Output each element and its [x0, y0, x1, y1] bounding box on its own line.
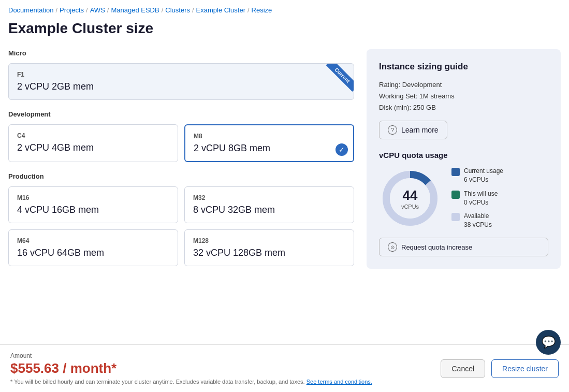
card-spec-f1: 2 vCPU 2GB mem: [17, 81, 345, 92]
quota-legend: Current usage 6 vCPUs This will use 0 vC…: [451, 167, 503, 229]
card-spec-m64: 16 vCPU 64GB mem: [17, 248, 169, 258]
legend-label-will-use: This will use: [464, 190, 498, 198]
guide-title: Instance sizing guide: [379, 62, 548, 72]
instance-card-m128[interactable]: M128 32 vCPU 128GB mem: [184, 229, 354, 266]
development-label: Development: [8, 110, 354, 118]
card-type-m128: M128: [193, 237, 345, 244]
micro-label: Micro: [8, 49, 354, 57]
quota-title: vCPU quota usage: [379, 151, 548, 159]
breadcrumb-clusters[interactable]: Clusters: [165, 6, 190, 14]
legend-item-available: Available 38 vCPUs: [451, 212, 503, 229]
production-label: Production: [8, 172, 354, 180]
micro-section: Micro F1 2 vCPU 2GB mem: [8, 49, 354, 100]
legend-label-available: Available: [464, 212, 492, 221]
card-type-m16: M16: [17, 194, 169, 201]
page-title: Example Cluster size: [8, 20, 561, 37]
legend-item-current-usage: Current usage 6 vCPUs: [451, 167, 503, 184]
breadcrumb-documentation[interactable]: Documentation: [8, 6, 53, 14]
legend-swatch-will-use: [451, 191, 460, 199]
learn-more-label: Learn more: [401, 126, 439, 134]
legend-text-will-use: This will use 0 vCPUs: [464, 190, 498, 207]
legend-label-current: Current usage: [464, 167, 503, 176]
legend-value-will-use: 0 vCPUs: [464, 199, 488, 206]
legend-item-will-use: This will use 0 vCPUs: [451, 190, 503, 207]
selected-check-icon: ✓: [335, 143, 348, 156]
production-grid: M16 4 vCPU 16GB mem M32 8 vCPU 32GB mem …: [8, 186, 354, 266]
card-type-m32: M32: [193, 194, 345, 201]
production-section: Production M16 4 vCPU 16GB mem M32 8 vCP…: [8, 172, 354, 266]
guide-rating: Rating: Development: [379, 79, 548, 91]
breadcrumb-aws[interactable]: AWS: [90, 6, 105, 14]
instance-card-m8[interactable]: M8 2 vCPU 8GB mem ✓: [184, 124, 354, 162]
instance-card-m32[interactable]: M32 8 vCPU 32GB mem: [184, 186, 354, 223]
legend-swatch-available: [451, 213, 460, 221]
card-type-m64: M64: [17, 237, 169, 244]
development-grid: C4 2 vCPU 4GB mem M8 2 vCPU 8GB mem ✓: [8, 124, 354, 162]
instance-card-c4[interactable]: C4 2 vCPU 4GB mem: [8, 124, 178, 162]
guide-working-set: Working Set: 1M streams: [379, 91, 548, 102]
vcpu-total-label: vCPUs: [401, 203, 419, 209]
card-spec-m32: 8 vCPU 32GB mem: [193, 205, 345, 215]
legend-text-current: Current usage 6 vCPUs: [464, 167, 503, 184]
development-section: Development C4 2 vCPU 4GB mem M8 2 vCPU …: [8, 110, 354, 162]
request-quota-label: Request quota increase: [401, 243, 472, 251]
current-ribbon: [320, 64, 354, 97]
card-spec-c4: 2 vCPU 4GB mem: [17, 142, 169, 153]
instance-card-f1[interactable]: F1 2 vCPU 2GB mem: [8, 63, 354, 100]
quota-chart-area: 44 vCPUs Current usage 6 vCPUs: [379, 167, 548, 229]
card-type-m8: M8: [194, 133, 345, 140]
guide-disk-min: Disk (min): 250 GB: [379, 102, 548, 113]
instance-selection-panel: Micro F1 2 vCPU 2GB mem Development C4 2…: [8, 49, 354, 277]
instance-card-m16[interactable]: M16 4 vCPU 16GB mem: [8, 186, 178, 223]
card-spec-m8: 2 vCPU 8GB mem: [194, 143, 345, 154]
question-circle-icon: ?: [388, 125, 397, 135]
card-type-f1: F1: [17, 71, 345, 78]
breadcrumb-resize[interactable]: Resize: [252, 6, 272, 14]
card-spec-m16: 4 vCPU 16GB mem: [17, 205, 169, 215]
breadcrumb: Documentation / Projects / AWS / Managed…: [0, 0, 569, 20]
legend-swatch-current: [451, 168, 460, 176]
micro-grid: F1 2 vCPU 2GB mem: [8, 63, 354, 100]
instance-card-m64[interactable]: M64 16 vCPU 64GB mem: [8, 229, 178, 266]
breadcrumb-managed-esdb[interactable]: Managed ESDB: [111, 6, 159, 14]
vcpu-donut-chart: 44 vCPUs: [379, 167, 441, 229]
settings-circle-icon: ⊙: [388, 242, 397, 252]
request-quota-button[interactable]: ⊙ Request quota increase: [379, 238, 548, 256]
legend-value-available: 38 vCPUs: [464, 221, 492, 228]
learn-more-button[interactable]: ? Learn more: [379, 121, 447, 139]
instance-sizing-guide-panel: Instance sizing guide Rating: Developmen…: [367, 49, 561, 269]
donut-center: 44 vCPUs: [401, 187, 419, 209]
legend-value-current: 6 vCPUs: [464, 176, 488, 183]
legend-text-available: Available 38 vCPUs: [464, 212, 492, 229]
card-spec-m128: 32 vCPU 128GB mem: [193, 248, 345, 258]
breadcrumb-projects[interactable]: Projects: [60, 6, 84, 14]
vcpu-total-number: 44: [401, 187, 419, 203]
card-type-c4: C4: [17, 132, 169, 139]
breadcrumb-example-cluster[interactable]: Example Cluster: [196, 6, 245, 14]
guide-info: Rating: Development Working Set: 1M stre…: [379, 79, 548, 113]
